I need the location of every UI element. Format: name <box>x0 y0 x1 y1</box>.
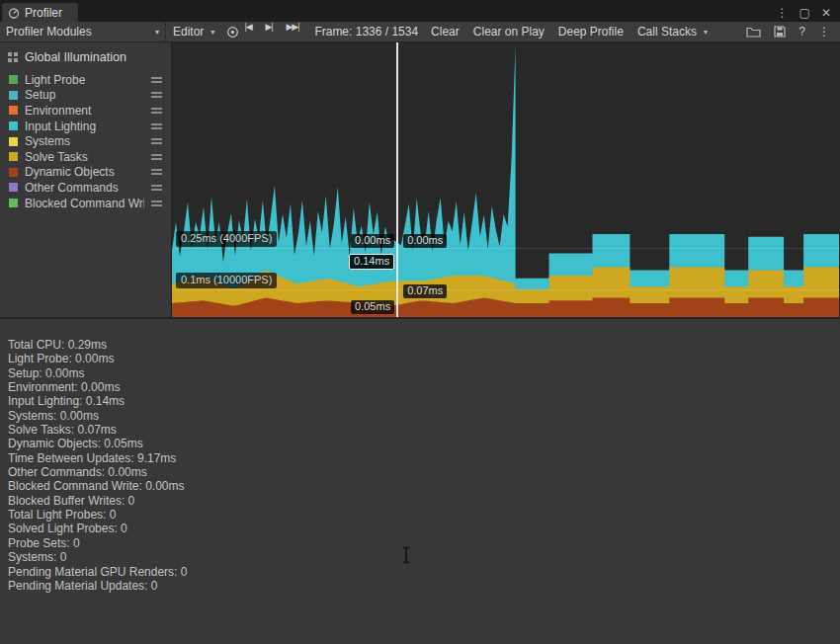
stats-line: Solved Light Probes: 0 <box>8 522 840 535</box>
load-profile-icon[interactable] <box>746 26 761 38</box>
stats-line: Total Light Probes: 0 <box>8 508 840 522</box>
first-frame-button[interactable]: |◀ <box>244 22 265 41</box>
chart-gridline-label: 0.1ms (10000FPS) <box>176 273 277 288</box>
profiler-modules-dropdown[interactable]: Profiler Modules ▾ <box>0 22 166 41</box>
legend-drag-handle-icon[interactable] <box>151 123 162 129</box>
chevron-down-icon: ▾ <box>210 28 214 37</box>
cpu-usage-chart[interactable]: 0.25ms (4000FPS)0.1ms (10000FPS)0.00ms0.… <box>172 42 840 317</box>
legend-item-label: Environment <box>25 104 144 118</box>
save-profile-icon[interactable] <box>774 26 786 38</box>
frame-transport-controls: |◀▶|▶▶| <box>244 22 306 41</box>
legend-color-swatch <box>9 75 18 84</box>
kebab-menu-icon[interactable]: ⋮ <box>818 25 830 39</box>
legend-color-swatch <box>9 152 18 161</box>
profiler-modules-label: Profiler Modules <box>6 25 92 39</box>
stats-line: Pending Material GPU Renders: 0 <box>8 565 840 579</box>
module-title: Global Illumination <box>25 50 126 64</box>
stats-line: Solve Tasks: 0.07ms <box>8 423 840 437</box>
stats-line: Light Probe: 0.00ms <box>8 352 840 365</box>
stats-line: Blocked Buffer Writes: 0 <box>8 494 840 508</box>
clear-button[interactable]: Clear <box>424 22 466 41</box>
legend-item-light-probe[interactable]: Light Probe <box>0 72 171 88</box>
chart-gridline <box>172 289 840 290</box>
clear-button-label: Clear <box>431 25 460 39</box>
stats-line: Probe Sets: 0 <box>8 536 840 550</box>
legend-item-label: Blocked Command Write <box>25 197 144 210</box>
window-controls: ⋮ ▢ ✕ <box>777 7 840 22</box>
legend-item-label: Other Commands <box>25 181 144 195</box>
stats-line: Setup: 0.00ms <box>8 366 840 380</box>
legend-drag-handle-icon[interactable] <box>151 169 162 175</box>
module-details-pane: Total CPU: 0.29msLight Probe: 0.00msSetu… <box>0 317 840 644</box>
module-sidebar: Global Illumination Light ProbeSetupEnvi… <box>0 42 172 317</box>
legend-color-swatch <box>9 137 18 146</box>
stats-line: Time Between Updates: 9.17ms <box>8 451 840 465</box>
chevron-down-icon: ▾ <box>155 28 159 37</box>
legend-drag-handle-icon[interactable] <box>151 77 162 83</box>
text-cursor <box>400 546 412 564</box>
legend-item-label: Setup <box>25 88 144 102</box>
profiler-main-area: Global Illumination Light ProbeSetupEnvi… <box>0 42 840 317</box>
frame-value-label: 0.14ms <box>349 254 394 270</box>
selected-frame-indicator <box>396 42 398 317</box>
legend-drag-handle-icon[interactable] <box>151 108 162 114</box>
legend-drag-handle-icon[interactable] <box>151 185 162 191</box>
profiler-toolbar: Profiler Modules ▾ Editor ▾ |◀▶|▶▶| Fram… <box>0 22 840 42</box>
profiler-tab[interactable]: Profiler <box>2 3 78 22</box>
stats-line: Pending Material Updates: 0 <box>8 579 840 593</box>
profiler-tab-icon <box>8 7 20 19</box>
next-frame-button[interactable]: ▶| <box>265 22 286 41</box>
deep-profile-label: Deep Profile <box>558 25 624 39</box>
legend-item-other-commands[interactable]: Other Commands <box>0 180 171 196</box>
stats-line: Systems: 0 <box>8 550 840 564</box>
legend-item-label: Systems <box>25 134 144 148</box>
stats-line: Blocked Command Write: 0.00ms <box>8 479 840 493</box>
deep-profile-toggle[interactable]: Deep Profile <box>551 22 630 41</box>
toolbar-right-icons: ? ⋮ <box>746 22 840 41</box>
frame-value-label: 0.07ms <box>403 284 447 298</box>
legend-drag-handle-icon[interactable] <box>151 92 162 98</box>
legend-item-dynamic-objects[interactable]: Dynamic Objects <box>0 165 171 181</box>
legend-item-solve-tasks[interactable]: Solve Tasks <box>0 149 171 165</box>
stats-line: Input Lighting: 0.14ms <box>8 394 840 408</box>
stats-line: Environment: 0.00ms <box>8 380 840 394</box>
maximize-icon[interactable]: ▢ <box>799 7 810 19</box>
record-button[interactable] <box>221 22 244 41</box>
editor-target-label: Editor <box>173 25 204 39</box>
last-frame-button[interactable]: ▶▶| <box>286 22 306 41</box>
legend-color-swatch <box>9 168 18 177</box>
call-stacks-dropdown[interactable]: Call Stacks ▾ <box>630 22 714 41</box>
profiler-tab-label: Profiler <box>25 6 62 20</box>
module-header[interactable]: Global Illumination <box>0 47 171 72</box>
legend-color-swatch <box>9 121 18 130</box>
legend-item-systems[interactable]: Systems <box>0 133 171 149</box>
clear-on-play-toggle[interactable]: Clear on Play <box>466 22 551 41</box>
legend-item-setup[interactable]: Setup <box>0 88 171 104</box>
legend-drag-handle-icon[interactable] <box>151 201 162 206</box>
legend-color-swatch <box>9 199 18 207</box>
stats-line: Dynamic Objects: 0.05ms <box>8 437 840 450</box>
help-icon[interactable]: ? <box>798 25 805 39</box>
stats-line: Other Commands: 0.00ms <box>8 465 840 479</box>
legend-drag-handle-icon[interactable] <box>151 138 162 144</box>
legend-item-environment[interactable]: Environment <box>0 103 171 119</box>
chart-gridline-label: 0.25ms (4000FPS) <box>176 231 277 247</box>
frame-value-label: 0.00ms <box>351 234 394 248</box>
profiler-window: Profiler ⋮ ▢ ✕ Profiler Modules ▾ Editor… <box>0 0 840 644</box>
titlebar: Profiler ⋮ ▢ ✕ <box>0 0 840 22</box>
legend-item-label: Input Lighting <box>25 120 144 133</box>
legend-color-swatch <box>9 106 18 115</box>
legend-color-swatch <box>9 91 18 100</box>
pane-menu-icon[interactable]: ⋮ <box>777 7 789 19</box>
legend-drag-handle-icon[interactable] <box>151 154 162 160</box>
legend-item-input-lighting[interactable]: Input Lighting <box>0 119 171 134</box>
clear-on-play-label: Clear on Play <box>473 25 545 39</box>
stats-line: Systems: 0.00ms <box>8 409 840 423</box>
chart-legend: Light ProbeSetupEnvironmentInput Lightin… <box>0 72 171 210</box>
editor-target-dropdown[interactable]: Editor ▾ <box>166 22 221 41</box>
legend-item-label: Solve Tasks <box>25 150 144 164</box>
close-icon[interactable]: ✕ <box>821 7 831 19</box>
stats-line: Total CPU: 0.29ms <box>8 338 840 352</box>
chevron-down-icon: ▾ <box>704 28 708 37</box>
legend-item-blocked-command-write[interactable]: Blocked Command Write <box>0 196 171 211</box>
